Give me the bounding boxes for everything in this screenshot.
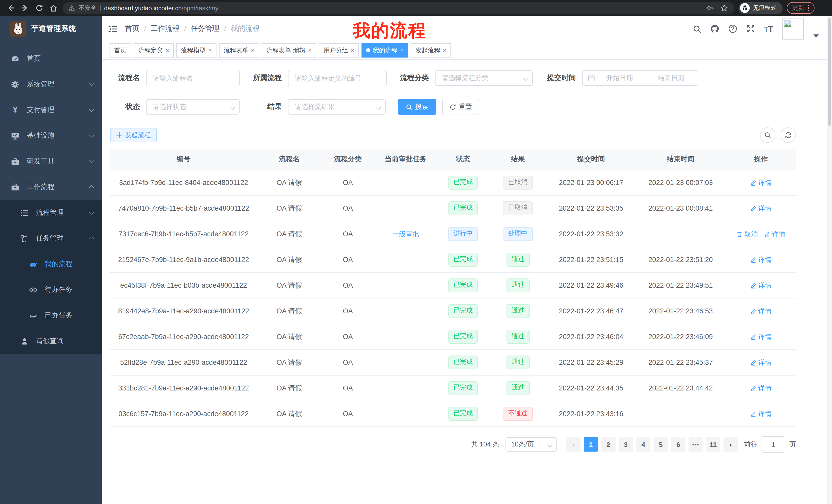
help-icon[interactable] <box>728 24 738 33</box>
tab[interactable]: 发起流程 × <box>411 43 451 58</box>
tab[interactable]: 用户分组 × <box>319 43 359 58</box>
process-name-input[interactable] <box>146 70 240 86</box>
avatar-dropdown-caret-icon[interactable] <box>813 34 818 37</box>
search-icon[interactable] <box>693 24 702 33</box>
sidebar-item-devtools[interactable]: 研发工具 <box>0 148 102 174</box>
sidebar-item-label: 首页 <box>27 54 41 63</box>
sidebar-item-task-mgmt[interactable]: 任务管理 <box>0 226 102 251</box>
goto-page-input[interactable] <box>761 436 785 453</box>
page-number-button[interactable]: 11 <box>706 437 721 452</box>
sidebar-item-payment[interactable]: ¥ 支付管理 <box>0 97 102 123</box>
start-date-placeholder[interactable]: 开始日期 <box>598 74 641 83</box>
list-icon <box>20 208 29 217</box>
tab-close-icon[interactable]: × <box>208 47 212 53</box>
fullscreen-icon[interactable] <box>746 24 756 33</box>
tab-close-icon[interactable]: × <box>165 47 169 53</box>
sidebar-item-my-process[interactable]: 我的流程 <box>0 251 102 277</box>
font-size-icon[interactable]: TT <box>764 24 773 33</box>
pagination: 共 104 条 10条/页 ‹ 123456•••11 › <box>110 436 796 453</box>
show-search-toggle-button[interactable] <box>760 128 775 143</box>
security-label[interactable]: 不安全 <box>79 4 97 12</box>
tab-close-icon[interactable]: × <box>351 47 354 53</box>
detail-action-link[interactable]: 详情 <box>750 332 772 341</box>
tab-close-icon[interactable]: × <box>251 47 255 53</box>
page-url[interactable]: dashboard.yudao.iocoder.cn/bpm/task/my <box>104 4 218 11</box>
detail-action-link[interactable]: 详情 <box>750 384 772 393</box>
detail-action-link[interactable]: 详情 <box>750 178 772 187</box>
detail-action-link[interactable]: 详情 <box>750 281 772 290</box>
tab[interactable]: 流程模型 × <box>176 43 216 58</box>
breadcrumb-workflow[interactable]: 工作流程 <box>151 24 179 33</box>
app-logo-row[interactable]: 芋道管理系统 <box>0 16 102 41</box>
scrollbar-thumb[interactable] <box>828 18 831 126</box>
github-icon[interactable] <box>710 24 720 33</box>
result-select[interactable]: 请选择流结果 <box>288 99 386 115</box>
search-button[interactable]: 搜索 <box>398 99 436 115</box>
tab-close-icon[interactable]: × <box>443 47 446 53</box>
sidebar-item-system[interactable]: 系统管理 <box>0 72 102 97</box>
tab-close-icon[interactable]: × <box>400 47 404 53</box>
category-select[interactable]: 请选择流程分类 <box>435 71 533 86</box>
status-badge: 已完成 <box>448 278 478 292</box>
reset-button[interactable]: 重置 <box>442 99 479 115</box>
page-number-button[interactable]: ••• <box>688 437 703 452</box>
bookmark-star-icon[interactable] <box>719 3 729 13</box>
sidebar-item-workflow[interactable]: 工作流程 <box>0 174 102 200</box>
submit-time-range-picker[interactable]: 开始日期 - 结束日期 <box>582 71 698 86</box>
page-scrollbar[interactable] <box>827 16 832 504</box>
address-bar[interactable]: 不安全 dashboard.yudao.iocoder.cn/bpm/task/… <box>63 2 734 14</box>
breadcrumb-task-mgmt[interactable]: 任务管理 <box>191 24 219 33</box>
detail-action-link[interactable]: 详情 <box>750 306 772 316</box>
end-date-placeholder[interactable]: 结束日期 <box>649 74 693 83</box>
sidebar-collapse-icon[interactable] <box>102 24 125 34</box>
detail-action-link[interactable]: 详情 <box>750 358 772 367</box>
page-number-button[interactable]: 5 <box>654 437 668 452</box>
breadcrumb-home[interactable]: 首页 <box>125 24 139 33</box>
page-number-button[interactable]: 4 <box>636 437 650 452</box>
prev-page-button[interactable]: ‹ <box>566 437 580 452</box>
detail-action-link[interactable]: 详情 <box>750 409 772 418</box>
process-definition-input[interactable] <box>288 70 387 86</box>
password-key-icon[interactable] <box>705 3 715 13</box>
status-badge: 已完成 <box>448 304 478 318</box>
process-table: 编号流程名流程分类当前审批任务状态结果提交时间结束时间操作 3ad174fb-7… <box>110 149 796 453</box>
page-number-button[interactable]: 3 <box>619 437 633 452</box>
page-number-button[interactable]: 1 <box>583 437 598 452</box>
tab[interactable]: 流程表单-编辑 × <box>262 43 316 58</box>
tab[interactable]: 首页 × <box>109 43 131 58</box>
cancel-action-link[interactable]: 取消 <box>736 229 758 239</box>
sidebar-item-leave-query[interactable]: 请假查询 <box>0 328 102 354</box>
refresh-table-button[interactable] <box>781 128 796 143</box>
page-size-select[interactable]: 10条/页 <box>505 437 557 452</box>
detail-action-link[interactable]: 详情 <box>750 204 772 213</box>
calendar-icon <box>588 75 595 82</box>
create-process-button[interactable]: 发起流程 <box>110 128 157 142</box>
tab[interactable]: 我的流程 × <box>362 43 408 58</box>
tab-close-icon[interactable]: × <box>308 47 312 53</box>
next-page-button[interactable]: › <box>724 437 738 452</box>
sidebar-item-todo-tasks[interactable]: 待办任务 <box>0 277 102 303</box>
reload-icon[interactable] <box>34 3 44 13</box>
page-number-button[interactable]: 6 <box>671 437 685 452</box>
current-task-link[interactable]: 一级审批 <box>392 229 419 239</box>
avatar[interactable] <box>782 18 804 39</box>
table-row: 03c6c157-7b9a-11ec-a290-acde48001122 OA … <box>110 401 796 427</box>
detail-action-link[interactable]: 详情 <box>750 255 772 264</box>
sidebar-item-done-tasks[interactable]: 已办任务 <box>0 303 102 328</box>
sidebar-item-home[interactable]: 首页 <box>0 46 102 72</box>
home-icon[interactable] <box>48 3 59 13</box>
sidebar-item-infra[interactable]: 基础设施 <box>0 123 102 148</box>
browser-menu-icon[interactable] <box>808 5 809 11</box>
detail-action-link[interactable]: 详情 <box>764 229 785 239</box>
cell-process-id: 03c6c157-7b9a-11ec-a290-acde48001122 <box>110 410 257 418</box>
status-select[interactable]: 请选择状态 <box>146 99 240 115</box>
browser-update-button[interactable]: 更新 <box>787 2 814 14</box>
page-number-button[interactable]: 2 <box>601 437 616 452</box>
back-icon[interactable] <box>5 3 16 13</box>
tab[interactable]: 流程定义 × <box>134 43 174 58</box>
breadcrumb: 首页 / 工作流程 / 任务管理 / 我的流程 <box>125 24 259 33</box>
user-icon <box>20 337 29 345</box>
sidebar-item-process-mgmt[interactable]: 流程管理 <box>0 200 102 226</box>
forward-icon[interactable] <box>20 3 30 13</box>
tab[interactable]: 流程表单 × <box>219 43 259 58</box>
